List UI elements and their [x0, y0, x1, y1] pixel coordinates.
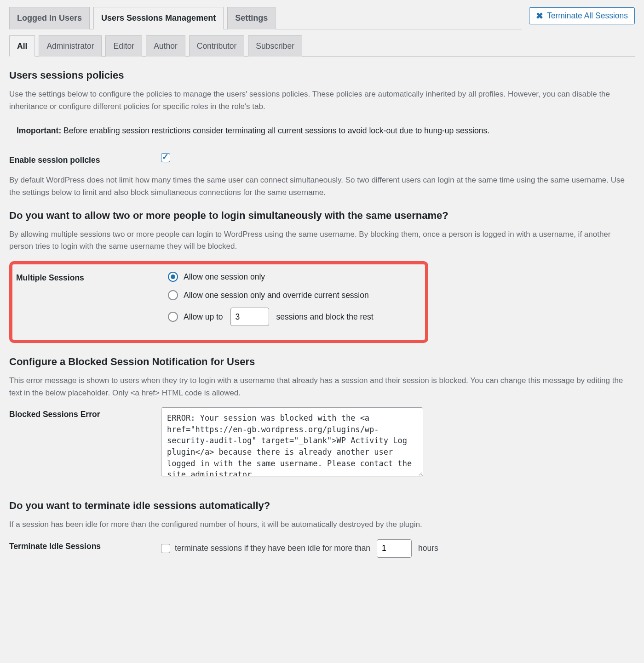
terminate-idle-sessions-label: Terminate Idle Sessions	[9, 539, 161, 552]
radio-allow-one-session-label: Allow one session only	[184, 271, 265, 283]
enable-session-policies-checkbox[interactable]	[161, 153, 170, 162]
idle-text-before: terminate sessions if they have been idl…	[175, 542, 370, 554]
radio-allow-up-to-label-a: Allow up to	[184, 311, 223, 323]
subtab-administrator[interactable]: Administrator	[39, 35, 102, 57]
terminate-idle-sessions-checkbox[interactable]	[161, 544, 170, 553]
tab-settings[interactable]: Settings	[227, 7, 276, 29]
default-note: By default WordPress does not limit how …	[9, 174, 635, 199]
enable-session-policies-label: Enable session policies	[9, 153, 161, 166]
tab-users-sessions-management[interactable]: Users Sessions Management	[93, 7, 224, 29]
subtab-author[interactable]: Author	[146, 35, 185, 57]
blocked-sessions-error-textarea[interactable]	[161, 407, 423, 476]
policies-description: Use the settings below to configure the …	[9, 88, 635, 113]
subtab-all[interactable]: All	[9, 35, 35, 57]
allowed-sessions-input[interactable]	[230, 308, 269, 326]
blocked-notification-description: This error message is shown to users whe…	[9, 375, 635, 399]
idle-hours-input[interactable]	[377, 539, 412, 558]
subtab-editor[interactable]: Editor	[105, 35, 142, 57]
tab-logged-in-users[interactable]: Logged In Users	[9, 7, 90, 29]
important-text: Before enabling session restrictions con…	[61, 126, 489, 135]
radio-allow-up-to-label-b: sessions and block the rest	[276, 311, 374, 323]
multi-login-description: By allowing multiple sessions two or mor…	[9, 229, 635, 253]
subtab-subscriber[interactable]: Subscriber	[248, 35, 302, 57]
radio-allow-up-to[interactable]	[168, 312, 178, 322]
blocked-sessions-error-label: Blocked Sessions Error	[9, 407, 161, 420]
important-label: Imoportant:	[17, 126, 61, 135]
multi-login-heading: Do you want to allow two or more people …	[9, 208, 635, 223]
close-icon: ✖	[536, 11, 543, 20]
important-note: Imoportant: Before enabling session rest…	[9, 125, 635, 137]
radio-allow-one-override-label: Allow one session only and override curr…	[184, 289, 369, 301]
multiple-sessions-label: Multiple Sessions	[16, 271, 168, 284]
idle-sessions-heading: Do you want to terminate idle sessions a…	[9, 498, 635, 513]
idle-sessions-description: If a session has been idle for more than…	[9, 519, 635, 531]
idle-text-after: hours	[418, 542, 438, 554]
radio-allow-one-override[interactable]	[168, 290, 178, 300]
multiple-sessions-highlight: Multiple Sessions Allow one session only…	[9, 261, 428, 343]
terminate-all-sessions-label: Terminate All Sessions	[547, 11, 628, 21]
blocked-notification-heading: Configure a Blocked Session Notification…	[9, 354, 635, 369]
users-sessions-policies-heading: Users sessions policies	[9, 68, 635, 83]
subtab-contributor[interactable]: Contributor	[189, 35, 245, 57]
terminate-all-sessions-button[interactable]: ✖ Terminate All Sessions	[529, 7, 635, 24]
radio-allow-one-session[interactable]	[168, 272, 178, 282]
